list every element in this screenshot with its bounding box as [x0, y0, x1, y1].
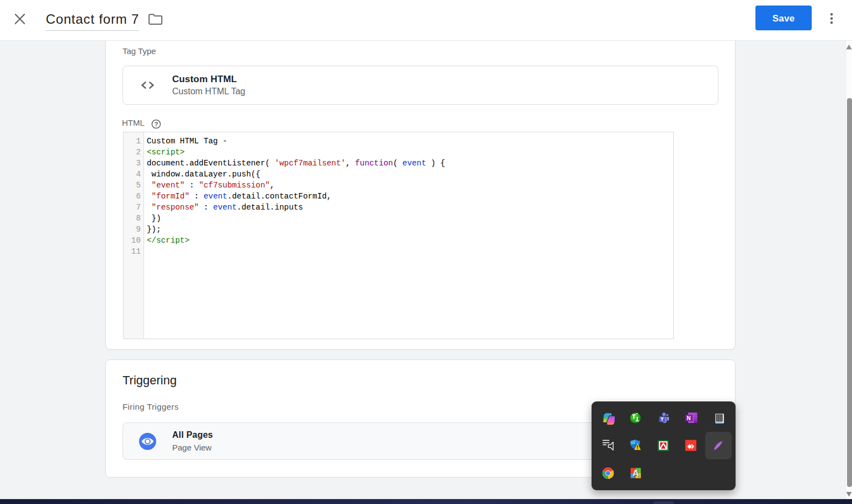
- svg-text:N: N: [686, 415, 690, 421]
- svg-text:?: ?: [155, 121, 158, 127]
- svg-text:A: A: [632, 468, 639, 479]
